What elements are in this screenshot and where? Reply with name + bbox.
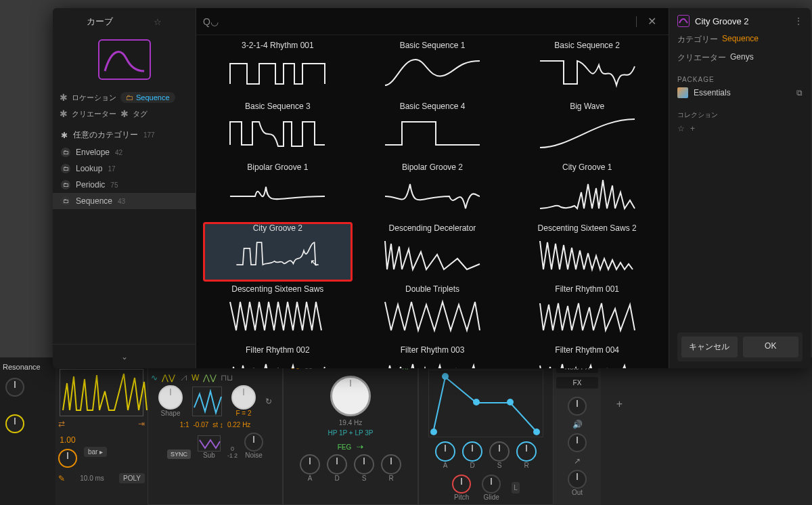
feg-r-knob[interactable] [381, 454, 401, 475]
more-icon[interactable]: ⋮ [794, 16, 803, 26]
cat-name: Lookup [76, 164, 102, 173]
segments-display[interactable] [60, 369, 143, 416]
category-item-periodic[interactable]: 🗀Periodic75 [53, 177, 196, 193]
collection-star-icon[interactable]: ☆ [677, 124, 685, 133]
location-tag[interactable]: 🗀Sequence [120, 92, 175, 103]
shape-knob[interactable] [158, 385, 183, 410]
adsr-display[interactable] [428, 370, 543, 437]
category-item-sequence[interactable]: 🗀Sequence43 [53, 193, 196, 209]
wav-tri-icon[interactable]: ⋀⋁ [162, 373, 175, 382]
preset-tile[interactable]: Basic Sequence 2 [512, 39, 662, 99]
lock-icon[interactable]: L [512, 482, 520, 493]
filter-creator-label[interactable]: クリエーター [72, 109, 116, 119]
pencil-icon[interactable]: ✎ [58, 474, 65, 483]
category-item-envelope[interactable]: 🗀Envelope42 [53, 144, 196, 160]
preset-tile[interactable]: Bipolar Groove 2 [358, 161, 508, 221]
preset-tile[interactable]: City Groove 2↖ [203, 222, 353, 282]
tile-label: Filter Rhythm 004 [555, 345, 619, 355]
favorite-star-icon[interactable]: ☆ [154, 17, 162, 27]
out-knob[interactable] [568, 470, 587, 489]
any-category-item[interactable]: ✱ 任意のカテゴリー 177 [53, 126, 196, 144]
noise-knob[interactable] [244, 433, 263, 452]
filter-location-row[interactable]: ✱ ロケーション 🗀Sequence [53, 89, 196, 106]
cancel-button[interactable]: キャンセル [681, 336, 738, 357]
feg-d-knob[interactable] [327, 454, 347, 475]
feg-a-knob[interactable] [300, 454, 320, 475]
browser-main: Q◡ ✕ 3-2-1-4 Rhythm 001Basic Sequence 1B… [196, 8, 669, 368]
freq-knob[interactable] [330, 376, 371, 416]
sub-label: Sub [198, 452, 221, 459]
collection-add-icon[interactable]: + [690, 124, 695, 133]
tile-label: Descending Decelerator [389, 223, 476, 233]
package-icon [677, 87, 688, 98]
preset-tile[interactable]: City Groove 1 [512, 161, 662, 221]
fx-knob-1[interactable] [568, 397, 587, 416]
res-knob-2[interactable] [5, 414, 24, 433]
search-icon[interactable]: Q◡ [203, 16, 219, 27]
ok-button[interactable]: OK [743, 336, 799, 357]
package-name[interactable]: Essentials [694, 88, 731, 97]
arrow-icon[interactable]: ⇥ [138, 419, 145, 429]
preset-tile[interactable]: Basic Sequence 1 [358, 39, 508, 99]
speaker-icon[interactable]: 🔊 [572, 420, 583, 429]
wav-n-icon[interactable]: ⋀⋁ [203, 373, 217, 382]
wav-w-icon[interactable]: W [191, 373, 199, 382]
tile-label: Bipolar Groove 2 [402, 162, 463, 172]
glide-knob[interactable] [482, 475, 501, 493]
preset-tile[interactable]: Descenting Sixteen Saws 2 [512, 222, 662, 282]
preset-tile[interactable]: Big Wave [512, 100, 662, 160]
sync-badge[interactable]: SYNC [167, 449, 191, 459]
f-knob[interactable] [231, 385, 256, 410]
preset-tile[interactable]: 3-2-1-4 Rhythm 001 [203, 39, 353, 99]
r2: R [516, 462, 537, 469]
filter-label[interactable]: HP 1P + LP 3P [328, 429, 374, 437]
preset-tile[interactable]: Filter Rhythm 004 [512, 344, 662, 368]
amp-knob[interactable] [58, 449, 77, 468]
cat-name: Envelope [76, 148, 110, 157]
open-external-icon[interactable]: ⧉ [796, 88, 803, 97]
add-module-button[interactable]: + [616, 398, 623, 410]
feg-arrow-icon[interactable]: ⇢ [357, 442, 363, 452]
folder-icon: 🗀 [61, 180, 70, 190]
tile-label: Basic Sequence 4 [400, 102, 466, 111]
st-label: st ↨ [212, 421, 223, 429]
feg-s-knob[interactable] [354, 454, 374, 475]
category-item-lookup[interactable]: 🗀Lookup17 [53, 160, 196, 177]
preset-tile[interactable]: Basic Sequence 4 [358, 100, 508, 160]
amp-r-knob[interactable] [516, 441, 537, 462]
filter-tag-label[interactable]: タグ [133, 109, 148, 119]
a2: A [435, 462, 455, 469]
preset-tile[interactable]: Filter Rhythm 003 [358, 344, 508, 368]
loop-icon[interactable]: ↻ [265, 397, 272, 406]
wav-sq-icon[interactable]: ⊓⊔ [221, 373, 233, 382]
tile-label: Filter Rhythm 002 [246, 345, 310, 355]
pitch-knob[interactable] [452, 475, 471, 493]
fx-button[interactable]: FX [556, 377, 598, 389]
preset-tile[interactable]: Descending Decelerator [358, 222, 508, 282]
wav-saw-icon[interactable]: ⩘ [179, 373, 187, 382]
wav-sine-icon[interactable]: ∿ [151, 373, 158, 382]
preset-tile[interactable]: Basic Sequence 3 [203, 100, 353, 160]
close-button[interactable]: ✕ [642, 12, 662, 30]
folder-icon: 🗀 [61, 148, 70, 157]
preset-tile[interactable]: Filter Rhythm 001 [512, 283, 662, 343]
fx-knob-2[interactable] [568, 433, 587, 452]
det-cat-value[interactable]: Sequence [722, 34, 759, 45]
browser-sidebar: カーブ ☆ ✱ ロケーション 🗀Sequence ✱ クリエーター ✱ タグ ✱… [53, 8, 196, 368]
preset-tile[interactable]: Filter Rhythm 002 [203, 344, 353, 368]
amp-d-knob[interactable] [462, 441, 482, 462]
amp-a-knob[interactable] [435, 441, 455, 462]
collapse-sidebar-button[interactable]: ⌄ [53, 344, 196, 368]
sub-wave[interactable] [198, 435, 221, 452]
search-input[interactable] [224, 16, 633, 26]
bar-select[interactable]: bar ▸ [84, 447, 107, 457]
arrow-out-icon[interactable]: ↗ [574, 456, 581, 466]
preset-tile[interactable]: Descenting Sixteen Saws [203, 283, 353, 343]
res-knob-1[interactable] [5, 378, 24, 397]
filter-location-label: ロケーション [72, 93, 116, 103]
amp-s-knob[interactable] [489, 441, 510, 462]
det-creator-value[interactable]: Genys [730, 52, 754, 64]
preset-tile[interactable]: Bipolar Groove 1 [203, 161, 353, 221]
swap-icon[interactable]: ⇄ [58, 419, 65, 429]
preset-tile[interactable]: Double Triplets [358, 283, 508, 343]
